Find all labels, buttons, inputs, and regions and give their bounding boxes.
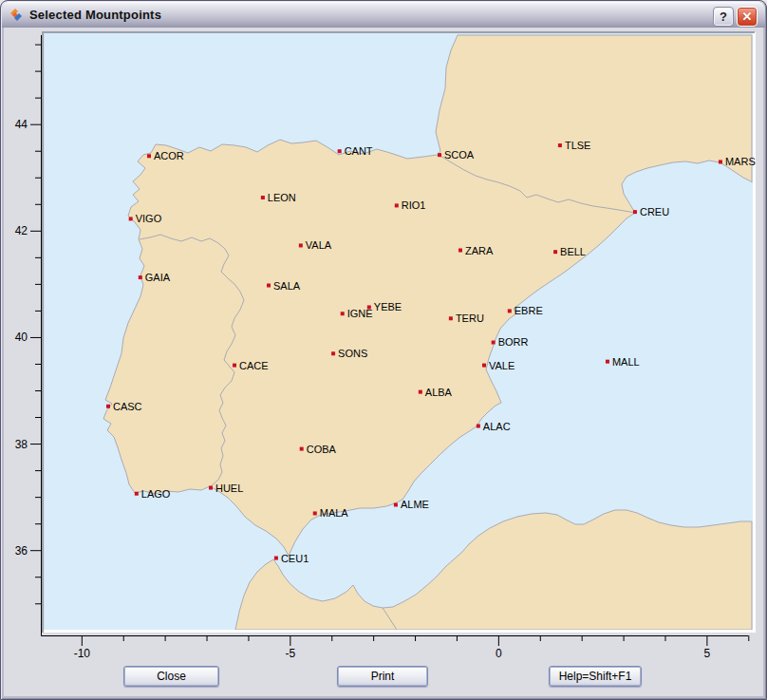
mountpoint-marker [719, 160, 722, 163]
x-tick-label--5: -5 [286, 647, 296, 660]
mountpoint-map-chart: 3638404244-10-505ACORVIGOGAIACANTSCOATLS… [1, 1, 767, 700]
mountpoint-label: LAGO [141, 488, 171, 500]
mountpoint-label: RIO1 [402, 199, 426, 211]
mountpoint-marker [300, 447, 304, 451]
mountpoint-label: TERU [456, 312, 484, 324]
mountpoint-marker [419, 390, 422, 394]
x-tick-label-0: 0 [496, 647, 502, 660]
mountpoint-label: ZARA [465, 245, 494, 256]
y-tick-label-36: 36 [15, 544, 28, 558]
mountpoint-marker [606, 360, 609, 364]
mountpoint-label: YEBE [374, 301, 402, 312]
mountpoint-label: GAIA [145, 272, 171, 283]
mountpoint-label: CASC [113, 401, 142, 412]
mountpoint-marker [438, 153, 441, 157]
mountpoint-label: MARS [725, 156, 756, 167]
mountpoint-marker [633, 210, 637, 214]
mountpoint-label: SONS [338, 348, 367, 359]
dialog-window: Selected Mountpoints ? ✕ 3638404244-10-5… [0, 0, 767, 700]
mountpoint-marker [274, 557, 278, 560]
mountpoint-marker [233, 364, 236, 368]
y-tick-label-40: 40 [15, 331, 28, 344]
print-button[interactable]: Print [337, 666, 428, 687]
mountpoint-label: CREU [640, 206, 669, 218]
mountpoint-marker [477, 425, 480, 428]
mountpoint-marker [492, 340, 496, 344]
mountpoint-label: LEON [268, 192, 296, 203]
mountpoint-label: IGNE [347, 308, 373, 319]
mountpoint-marker [458, 249, 462, 253]
mountpoint-marker [129, 217, 133, 220]
mountpoint-label: CANT [345, 145, 373, 157]
mountpoint-marker [341, 312, 345, 315]
y-tick-label-42: 42 [15, 224, 28, 237]
y-tick-label-38: 38 [15, 438, 28, 451]
mountpoint-marker [394, 502, 398, 506]
mountpoint-label: ACOR [154, 150, 184, 161]
mountpoint-marker [367, 305, 371, 309]
mountpoint-label: TLSE [565, 140, 591, 151]
mountpoint-label: COBA [307, 444, 337, 455]
mountpoint-label: BELL [560, 246, 586, 257]
mountpoint-label: VIGO [136, 213, 162, 224]
mountpoint-marker [209, 486, 213, 490]
x-tick-label--10: -10 [74, 647, 91, 660]
mountpoint-label: HUEL [215, 482, 243, 494]
mountpoint-label: MALA [320, 507, 349, 519]
mountpoint-label: BORR [498, 336, 529, 348]
mountpoint-label: VALE [489, 360, 514, 371]
mountpoint-marker [331, 351, 335, 355]
mountpoint-label: SCOA [444, 149, 475, 161]
mountpoint-label: ALME [401, 499, 429, 510]
mountpoint-label: CACE [239, 360, 269, 371]
mountpoint-marker [482, 364, 486, 368]
mountpoint-label: ALBA [425, 387, 453, 398]
mountpoint-label: SALA [273, 280, 301, 292]
mountpoint-label: ALAC [483, 421, 511, 432]
y-tick-label-44: 44 [15, 118, 28, 131]
mountpoint-marker [553, 250, 557, 254]
help-button[interactable]: Help=Shift+F1 [549, 666, 642, 687]
mountpoint-marker [508, 309, 512, 312]
mountpoint-marker [299, 243, 303, 247]
mountpoint-marker [338, 149, 342, 153]
mountpoint-marker [449, 316, 453, 320]
mountpoint-label: MALL [612, 356, 640, 368]
mountpoint-marker [106, 405, 110, 408]
mountpoint-marker [139, 275, 142, 279]
mountpoint-marker [147, 154, 151, 158]
mountpoint-marker [135, 492, 139, 496]
mountpoint-label: CEU1 [281, 553, 309, 564]
x-tick-label-5: 5 [704, 647, 711, 660]
mountpoint-marker [313, 511, 317, 515]
mountpoint-marker [395, 203, 399, 207]
close-button[interactable]: Close [123, 666, 219, 687]
mountpoint-marker [267, 284, 271, 288]
mountpoint-label: VALA [306, 239, 332, 251]
mountpoint-label: EBRE [514, 305, 543, 316]
mountpoint-marker [261, 196, 265, 199]
mountpoint-marker [558, 143, 562, 147]
